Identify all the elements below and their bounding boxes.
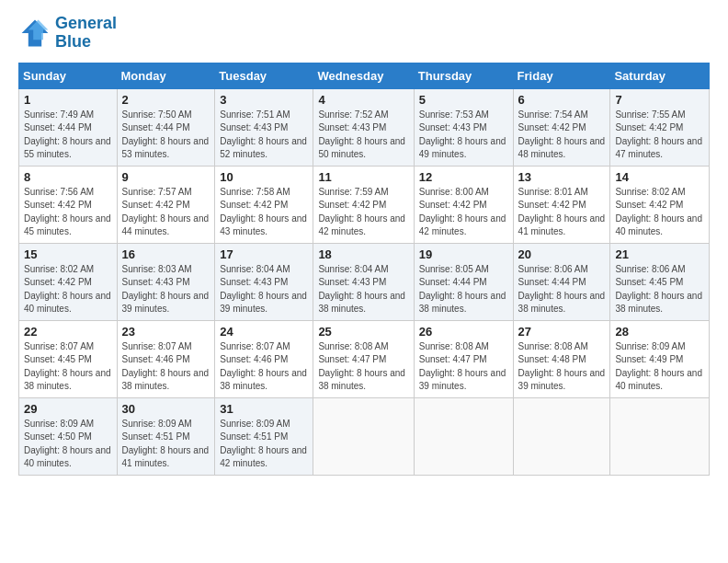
day-number: 6 <box>518 93 606 107</box>
day-number: 4 <box>318 93 408 107</box>
day-info: Sunrise: 8:02 AM Sunset: 4:42 PM Dayligh… <box>615 186 704 239</box>
day-info: Sunrise: 8:09 AM Sunset: 4:49 PM Dayligh… <box>615 340 704 394</box>
day-info: Sunrise: 7:59 AM Sunset: 4:42 PM Dayligh… <box>318 186 408 239</box>
day-info: Sunrise: 8:08 AM Sunset: 4:48 PM Dayligh… <box>518 340 606 394</box>
day-info: Sunrise: 7:58 AM Sunset: 4:42 PM Dayligh… <box>220 186 308 239</box>
day-info: Sunrise: 8:06 AM Sunset: 4:45 PM Dayligh… <box>615 263 704 316</box>
day-number: 27 <box>518 325 606 339</box>
calendar-cell: 24 Sunrise: 8:07 AM Sunset: 4:46 PM Dayl… <box>215 320 313 397</box>
calendar-cell: 1 Sunrise: 7:49 AM Sunset: 4:44 PM Dayli… <box>19 88 118 166</box>
day-info: Sunrise: 8:04 AM Sunset: 4:43 PM Dayligh… <box>220 263 308 316</box>
calendar-cell: 30 Sunrise: 8:09 AM Sunset: 4:51 PM Dayl… <box>117 397 215 475</box>
day-number: 3 <box>220 93 308 107</box>
day-number: 31 <box>220 402 308 416</box>
calendar-cell: 31 Sunrise: 8:09 AM Sunset: 4:51 PM Dayl… <box>215 397 313 475</box>
day-number: 5 <box>419 93 508 107</box>
weekday-header-tuesday: Tuesday <box>215 63 313 88</box>
day-number: 13 <box>518 170 606 184</box>
day-info: Sunrise: 7:51 AM Sunset: 4:43 PM Dayligh… <box>220 109 308 162</box>
logo-icon <box>18 17 51 50</box>
weekday-header-sunday: Sunday <box>19 63 118 88</box>
calendar-cell: 23 Sunrise: 8:07 AM Sunset: 4:46 PM Dayl… <box>117 320 215 397</box>
calendar-cell <box>513 397 610 475</box>
header: General Blue <box>18 15 710 52</box>
calendar-cell <box>610 397 710 475</box>
day-number: 14 <box>615 170 704 184</box>
calendar-cell: 7 Sunrise: 7:55 AM Sunset: 4:42 PM Dayli… <box>610 88 710 166</box>
day-info: Sunrise: 7:49 AM Sunset: 4:44 PM Dayligh… <box>24 109 112 162</box>
calendar-cell: 14 Sunrise: 8:02 AM Sunset: 4:42 PM Dayl… <box>610 166 710 243</box>
day-number: 11 <box>318 170 408 184</box>
day-number: 9 <box>122 170 210 184</box>
calendar-cell: 8 Sunrise: 7:56 AM Sunset: 4:42 PM Dayli… <box>19 166 118 243</box>
calendar-cell: 2 Sunrise: 7:50 AM Sunset: 4:44 PM Dayli… <box>117 88 215 166</box>
calendar-cell: 9 Sunrise: 7:57 AM Sunset: 4:42 PM Dayli… <box>117 166 215 243</box>
day-number: 29 <box>24 402 112 416</box>
day-number: 15 <box>24 247 112 261</box>
day-info: Sunrise: 7:55 AM Sunset: 4:42 PM Dayligh… <box>615 109 704 162</box>
day-info: Sunrise: 8:03 AM Sunset: 4:43 PM Dayligh… <box>122 263 210 316</box>
calendar-cell: 12 Sunrise: 8:00 AM Sunset: 4:42 PM Dayl… <box>414 166 513 243</box>
day-number: 28 <box>615 325 704 339</box>
day-info: Sunrise: 7:54 AM Sunset: 4:42 PM Dayligh… <box>518 109 606 162</box>
weekday-header-saturday: Saturday <box>610 63 710 88</box>
calendar-week-4: 22 Sunrise: 8:07 AM Sunset: 4:45 PM Dayl… <box>19 320 710 397</box>
calendar-week-1: 1 Sunrise: 7:49 AM Sunset: 4:44 PM Dayli… <box>19 88 710 166</box>
day-info: Sunrise: 8:07 AM Sunset: 4:46 PM Dayligh… <box>122 340 210 394</box>
day-info: Sunrise: 7:52 AM Sunset: 4:43 PM Dayligh… <box>318 109 408 162</box>
weekday-header-wednesday: Wednesday <box>313 63 414 88</box>
day-number: 26 <box>419 325 508 339</box>
day-number: 30 <box>122 402 210 416</box>
day-info: Sunrise: 8:09 AM Sunset: 4:51 PM Dayligh… <box>122 418 210 471</box>
calendar-cell: 17 Sunrise: 8:04 AM Sunset: 4:43 PM Dayl… <box>215 243 313 320</box>
logo-text: General Blue <box>55 15 117 52</box>
day-number: 8 <box>24 170 112 184</box>
day-number: 12 <box>419 170 508 184</box>
day-number: 24 <box>220 325 308 339</box>
day-info: Sunrise: 8:00 AM Sunset: 4:42 PM Dayligh… <box>419 186 508 239</box>
day-number: 20 <box>518 247 606 261</box>
page: General Blue SundayMondayTuesdayWednesda… <box>0 0 728 563</box>
day-info: Sunrise: 8:08 AM Sunset: 4:47 PM Dayligh… <box>318 340 408 394</box>
calendar-cell: 3 Sunrise: 7:51 AM Sunset: 4:43 PM Dayli… <box>215 88 313 166</box>
calendar-week-2: 8 Sunrise: 7:56 AM Sunset: 4:42 PM Dayli… <box>19 166 710 243</box>
day-number: 23 <box>122 325 210 339</box>
calendar-cell: 18 Sunrise: 8:04 AM Sunset: 4:43 PM Dayl… <box>313 243 414 320</box>
calendar-cell: 29 Sunrise: 8:09 AM Sunset: 4:50 PM Dayl… <box>19 397 118 475</box>
calendar-cell: 20 Sunrise: 8:06 AM Sunset: 4:44 PM Dayl… <box>513 243 610 320</box>
day-info: Sunrise: 8:06 AM Sunset: 4:44 PM Dayligh… <box>518 263 606 316</box>
day-number: 18 <box>318 247 408 261</box>
weekday-header-thursday: Thursday <box>414 63 513 88</box>
calendar-cell: 26 Sunrise: 8:08 AM Sunset: 4:47 PM Dayl… <box>414 320 513 397</box>
weekday-header-friday: Friday <box>513 63 610 88</box>
calendar-cell: 22 Sunrise: 8:07 AM Sunset: 4:45 PM Dayl… <box>19 320 118 397</box>
day-info: Sunrise: 8:08 AM Sunset: 4:47 PM Dayligh… <box>419 340 508 394</box>
day-info: Sunrise: 8:09 AM Sunset: 4:50 PM Dayligh… <box>24 418 112 471</box>
day-number: 22 <box>24 325 112 339</box>
calendar-week-5: 29 Sunrise: 8:09 AM Sunset: 4:50 PM Dayl… <box>19 397 710 475</box>
calendar-cell: 13 Sunrise: 8:01 AM Sunset: 4:42 PM Dayl… <box>513 166 610 243</box>
calendar-table: SundayMondayTuesdayWednesdayThursdayFrid… <box>18 63 710 476</box>
day-number: 7 <box>615 93 704 107</box>
logo: General Blue <box>18 15 117 52</box>
calendar-cell: 11 Sunrise: 7:59 AM Sunset: 4:42 PM Dayl… <box>313 166 414 243</box>
day-number: 17 <box>220 247 308 261</box>
calendar-cell: 6 Sunrise: 7:54 AM Sunset: 4:42 PM Dayli… <box>513 88 610 166</box>
calendar-cell: 5 Sunrise: 7:53 AM Sunset: 4:43 PM Dayli… <box>414 88 513 166</box>
day-info: Sunrise: 8:07 AM Sunset: 4:45 PM Dayligh… <box>24 340 112 394</box>
day-info: Sunrise: 7:56 AM Sunset: 4:42 PM Dayligh… <box>24 186 112 239</box>
day-info: Sunrise: 8:04 AM Sunset: 4:43 PM Dayligh… <box>318 263 408 316</box>
calendar-cell: 16 Sunrise: 8:03 AM Sunset: 4:43 PM Dayl… <box>117 243 215 320</box>
day-info: Sunrise: 7:50 AM Sunset: 4:44 PM Dayligh… <box>122 109 210 162</box>
day-number: 2 <box>122 93 210 107</box>
calendar-cell <box>414 397 513 475</box>
day-number: 21 <box>615 247 704 261</box>
day-number: 19 <box>419 247 508 261</box>
calendar-cell: 25 Sunrise: 8:08 AM Sunset: 4:47 PM Dayl… <box>313 320 414 397</box>
calendar-cell: 4 Sunrise: 7:52 AM Sunset: 4:43 PM Dayli… <box>313 88 414 166</box>
calendar-cell: 15 Sunrise: 8:02 AM Sunset: 4:42 PM Dayl… <box>19 243 118 320</box>
day-number: 25 <box>318 325 408 339</box>
day-number: 16 <box>122 247 210 261</box>
day-info: Sunrise: 8:05 AM Sunset: 4:44 PM Dayligh… <box>419 263 508 316</box>
weekday-header-row: SundayMondayTuesdayWednesdayThursdayFrid… <box>19 63 710 88</box>
